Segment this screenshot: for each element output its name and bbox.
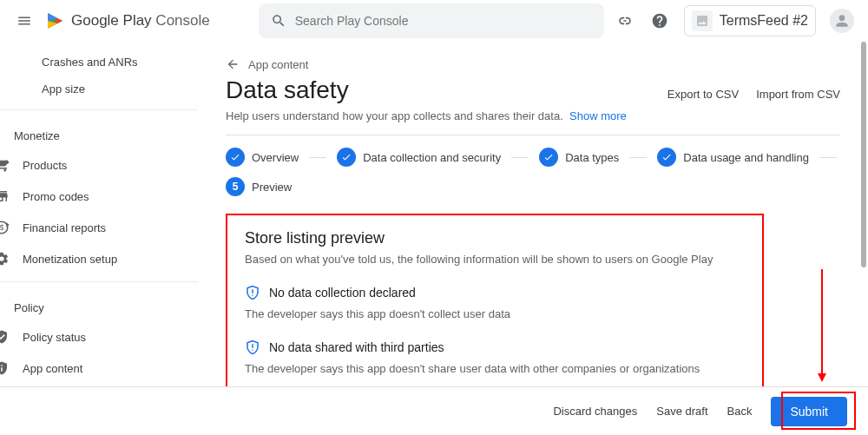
search-input[interactable] bbox=[295, 14, 592, 28]
svg-rect-7 bbox=[252, 289, 253, 293]
link-icon bbox=[616, 12, 634, 30]
import-csv-link[interactable]: Import from CSV bbox=[756, 88, 840, 101]
user-avatar[interactable] bbox=[830, 9, 854, 33]
breadcrumb[interactable]: App content bbox=[226, 57, 840, 71]
check-icon bbox=[230, 152, 240, 162]
sidebar-item-appsize[interactable]: App size bbox=[0, 76, 198, 102]
sidebar-item-products[interactable]: Products bbox=[0, 149, 198, 181]
show-more-link[interactable]: Show more bbox=[569, 109, 627, 122]
discard-changes-link[interactable]: Discard changes bbox=[553, 405, 637, 418]
check-icon bbox=[661, 152, 672, 162]
play-logo-icon bbox=[45, 10, 66, 31]
sidebar-section-monetize: Monetize bbox=[0, 117, 198, 149]
check-icon bbox=[543, 152, 554, 162]
step-data-usage[interactable]: Data usage and handling bbox=[657, 148, 809, 167]
shield-info-icon bbox=[0, 359, 10, 377]
link-button[interactable] bbox=[615, 10, 635, 31]
hamburger-menu[interactable] bbox=[14, 10, 35, 31]
preview-row-no-sharing: No data shared with third parties bbox=[245, 339, 745, 355]
caret-right-icon bbox=[3, 158, 12, 167]
stepper: Overview Data collection and security Da… bbox=[226, 148, 840, 196]
step-overview[interactable]: Overview bbox=[226, 148, 299, 167]
scrollbar-thumb[interactable] bbox=[861, 42, 866, 267]
check-icon bbox=[341, 152, 352, 162]
account-chip[interactable]: TermsFeed #2 bbox=[684, 5, 816, 36]
preview-subtitle: Based on what you've told us, the follow… bbox=[245, 253, 745, 266]
sidebar-item-monetization[interactable]: Monetization setup bbox=[0, 243, 198, 274]
app-icon bbox=[692, 10, 713, 31]
svg-rect-9 bbox=[252, 344, 253, 348]
search-icon bbox=[271, 13, 286, 29]
help-icon bbox=[651, 12, 668, 30]
step-data-types[interactable]: Data types bbox=[539, 148, 619, 167]
svg-point-8 bbox=[252, 349, 253, 351]
shield-alert-icon bbox=[245, 285, 260, 300]
save-draft-link[interactable]: Save draft bbox=[656, 405, 707, 418]
topbar: Google Play Console TermsFeed #2 bbox=[0, 0, 868, 42]
user-icon bbox=[833, 12, 851, 30]
scrollbar-track[interactable] bbox=[859, 42, 868, 435]
step-data-collection[interactable]: Data collection and security bbox=[337, 148, 501, 167]
account-name: TermsFeed #2 bbox=[720, 13, 808, 29]
submit-button[interactable]: Submit bbox=[771, 397, 847, 426]
shield-check-icon bbox=[0, 328, 10, 346]
store-icon bbox=[0, 188, 10, 205]
caret-right-icon bbox=[3, 221, 12, 229]
logo-text-play: Google Play bbox=[71, 12, 152, 29]
back-link[interactable]: Back bbox=[727, 405, 753, 418]
preview-title: Store listing preview bbox=[245, 229, 745, 247]
sidebar-section-policy: Policy bbox=[0, 289, 198, 321]
search-bar[interactable] bbox=[259, 3, 604, 38]
gear-icon bbox=[0, 250, 10, 267]
logo[interactable]: Google Play Console bbox=[45, 10, 210, 31]
sidebar-item-financial[interactable]: $ Financial reports bbox=[0, 212, 198, 243]
preview-row-no-collection-text: The developer says this app doesn't coll… bbox=[245, 307, 745, 320]
store-listing-preview-card: Store listing preview Based on what you'… bbox=[226, 214, 764, 394]
page-subtitle: Help users understand how your app colle… bbox=[226, 109, 840, 122]
help-button[interactable] bbox=[649, 10, 670, 31]
main-content: App content Data safety Export to CSV Im… bbox=[198, 42, 868, 435]
sidebar-item-crashes[interactable]: Crashes and ANRs bbox=[0, 49, 198, 76]
sidebar: Crashes and ANRs App size Monetize Produ… bbox=[0, 42, 198, 435]
shield-alert-icon bbox=[245, 339, 260, 355]
back-arrow-icon bbox=[226, 57, 240, 71]
sidebar-item-app-content[interactable]: App content bbox=[0, 353, 198, 384]
preview-row-no-sharing-text: The developer says this app doesn't shar… bbox=[245, 362, 745, 375]
svg-point-6 bbox=[252, 294, 253, 296]
logo-text-console: Console bbox=[155, 12, 209, 29]
preview-row-no-collection: No data collection declared bbox=[245, 285, 745, 300]
bottom-action-bar: Discard changes Save draft Back Submit bbox=[0, 386, 868, 435]
export-csv-link[interactable]: Export to CSV bbox=[667, 88, 739, 101]
sidebar-item-policy-status[interactable]: Policy status bbox=[0, 321, 198, 353]
menu-icon bbox=[16, 13, 32, 29]
step-preview[interactable]: 5 Preview bbox=[226, 177, 292, 196]
sidebar-item-promo[interactable]: Promo codes bbox=[0, 181, 198, 212]
page-title: Data safety bbox=[226, 76, 349, 104]
